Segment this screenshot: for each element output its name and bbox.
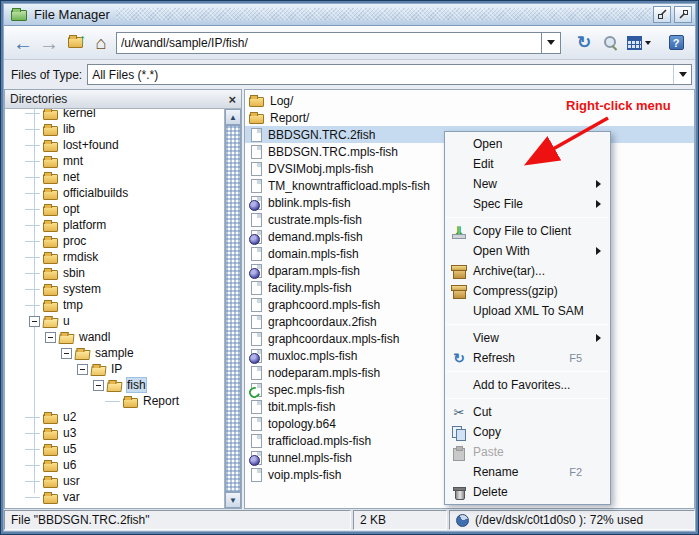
tree-item-sbin[interactable]: sbin	[5, 265, 224, 281]
collapse-toggle-icon[interactable]	[45, 332, 56, 343]
scroll-down-button[interactable]: ▼	[225, 492, 241, 508]
file-item-label: tbit.mpls-fish	[268, 400, 335, 414]
help-button[interactable]: ?	[663, 30, 689, 56]
menu-item-view[interactable]: View	[445, 328, 610, 348]
view-options-button[interactable]	[623, 30, 655, 56]
scroll-up-button[interactable]: ▲	[225, 109, 241, 125]
menu-item-rename[interactable]: RenameF2	[445, 462, 610, 482]
forward-button[interactable]: →	[36, 30, 62, 56]
tree-item-tmp[interactable]: tmp	[5, 297, 224, 313]
menu-item-upload-xml-to-sam[interactable]: Upload XML To SAM	[445, 301, 610, 321]
menu-item-compress-gzip[interactable]: Compress(gzip)	[445, 281, 610, 301]
open-folder-icon	[90, 366, 106, 376]
menu-item-copy-file-to-client[interactable]: Copy File to Client	[445, 221, 610, 241]
tree-item-var[interactable]: var	[5, 489, 224, 505]
file-item-label: Report/	[270, 111, 309, 125]
tree-item-lost-found[interactable]: lost+found	[5, 137, 224, 153]
tree-item-report[interactable]: Report	[5, 393, 224, 409]
menu-item-delete[interactable]: Delete	[445, 482, 610, 502]
tree-item-usr[interactable]: usr	[5, 473, 224, 489]
globe-file-icon	[251, 349, 262, 363]
close-panel-button[interactable]: ×	[228, 93, 236, 106]
menu-separator	[446, 217, 609, 218]
tree-item-u3[interactable]: u3	[5, 425, 224, 441]
tree-item-kernel[interactable]: kernel	[5, 109, 224, 121]
tree-item-label: fish	[127, 378, 146, 392]
search-button[interactable]	[597, 30, 623, 56]
maximize-button[interactable]	[674, 6, 692, 23]
up-directory-button[interactable]: ↑	[62, 30, 88, 56]
tree-item-label: net	[63, 170, 80, 184]
tree-item-label: tmp	[63, 298, 83, 312]
menu-item-spec-file[interactable]: Spec File	[445, 194, 610, 214]
home-button[interactable]: ⌂	[88, 30, 114, 56]
tree-item-lib[interactable]: lib	[5, 121, 224, 137]
collapse-toggle-icon[interactable]	[77, 364, 88, 375]
tree-item-label: mnt	[63, 154, 83, 168]
file-item-label: graphcoord.mpls-fish	[268, 298, 380, 312]
tree-item-ip[interactable]: IP	[5, 361, 224, 377]
tree-branch-line	[29, 140, 40, 151]
tree-item-sample[interactable]: sample	[5, 345, 224, 361]
address-dropdown-button[interactable]	[541, 32, 561, 54]
folder-icon	[43, 190, 58, 200]
tree-item-label: kernel	[63, 109, 96, 120]
menu-item-label: Open With	[473, 244, 530, 258]
globe-file-icon	[251, 230, 262, 244]
collapse-toggle-icon[interactable]	[61, 348, 72, 359]
file-type-bar: Files of Type: All Files (*.*)	[4, 60, 695, 89]
file-item-label: spec.mpls-fish	[268, 383, 345, 397]
menu-icon-spacer	[449, 136, 469, 152]
tree-item-opt[interactable]: opt	[5, 201, 224, 217]
menu-item-copy[interactable]: Copy	[445, 422, 610, 442]
menu-item-open-with[interactable]: Open With	[445, 241, 610, 261]
file-type-combo[interactable]: All Files (*.*)	[87, 64, 692, 85]
titlebar-texture	[116, 8, 651, 21]
folder-icon	[43, 270, 58, 280]
menu-item-archive-tar[interactable]: Archive(tar)...	[445, 261, 610, 281]
window-controls	[653, 6, 692, 23]
menu-item-add-to-favorites[interactable]: Add to Favorites...	[445, 375, 610, 395]
copy-icon	[449, 424, 469, 440]
tree-item-platform[interactable]: platform	[5, 217, 224, 233]
scrollbar-thumb[interactable]	[225, 125, 241, 492]
tree-item-fish[interactable]: fish	[5, 377, 224, 393]
file-icon	[251, 145, 262, 159]
file-type-dropdown-button[interactable]	[673, 65, 691, 84]
tree-item-mnt[interactable]: mnt	[5, 153, 224, 169]
tree-item-wandl[interactable]: wandl	[5, 329, 224, 345]
collapse-toggle-icon[interactable]	[93, 380, 104, 391]
menu-item-new[interactable]: New	[445, 174, 610, 194]
menu-icon-spacer	[449, 330, 469, 346]
tree-item-system[interactable]: system	[5, 281, 224, 297]
file-icon	[251, 417, 262, 431]
triangle-up-icon: ▲	[229, 113, 237, 122]
collapse-toggle-icon[interactable]	[29, 316, 40, 327]
menu-item-label: Copy	[473, 425, 501, 439]
tree-item-proc[interactable]: proc	[5, 233, 224, 249]
tree-item-u2[interactable]: u2	[5, 409, 224, 425]
annotation-arrow	[506, 112, 618, 174]
tree-item-u6[interactable]: u6	[5, 457, 224, 473]
tree-item-u5[interactable]: u5	[5, 441, 224, 457]
menu-item-refresh[interactable]: RefreshF5	[445, 348, 610, 368]
refresh-icon	[449, 350, 469, 366]
tree-scrollbar[interactable]: ▲ ▼	[224, 109, 241, 508]
tree-item-u[interactable]: u	[5, 313, 224, 329]
forward-arrow-icon: →	[39, 33, 59, 53]
tree-item-rmdisk[interactable]: rmdisk	[5, 249, 224, 265]
menu-item-cut[interactable]: Cut	[445, 402, 610, 422]
restore-button[interactable]	[653, 6, 671, 23]
tree-branch-line	[29, 156, 40, 167]
file-icon	[251, 213, 262, 227]
directory-tree-inner: kernelliblost+foundmntnetofficialbuildso…	[5, 109, 224, 505]
address-input[interactable]	[116, 32, 541, 54]
window-title: File Manager	[34, 7, 110, 22]
tree-item-net[interactable]: net	[5, 169, 224, 185]
title-bar[interactable]: File Manager	[4, 4, 695, 26]
file-icon	[251, 400, 262, 414]
refresh-button[interactable]: ↻	[571, 30, 597, 56]
window-folder-icon	[11, 10, 27, 21]
back-button[interactable]: ←	[10, 30, 36, 56]
tree-item-officialbuilds[interactable]: officialbuilds	[5, 185, 224, 201]
